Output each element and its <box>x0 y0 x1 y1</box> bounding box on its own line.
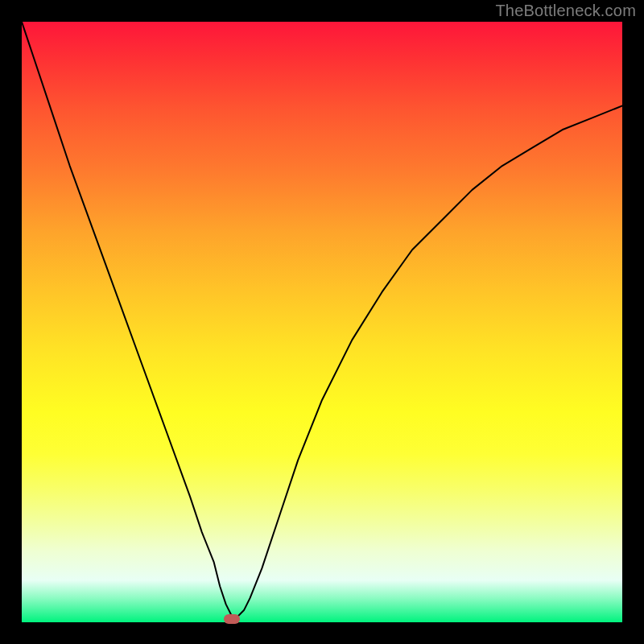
chart-frame: TheBottleneck.com <box>0 0 644 644</box>
bottleneck-curve <box>22 22 622 622</box>
plot-area <box>22 22 622 622</box>
optimal-marker <box>224 614 240 624</box>
attribution-text: TheBottleneck.com <box>495 2 636 20</box>
